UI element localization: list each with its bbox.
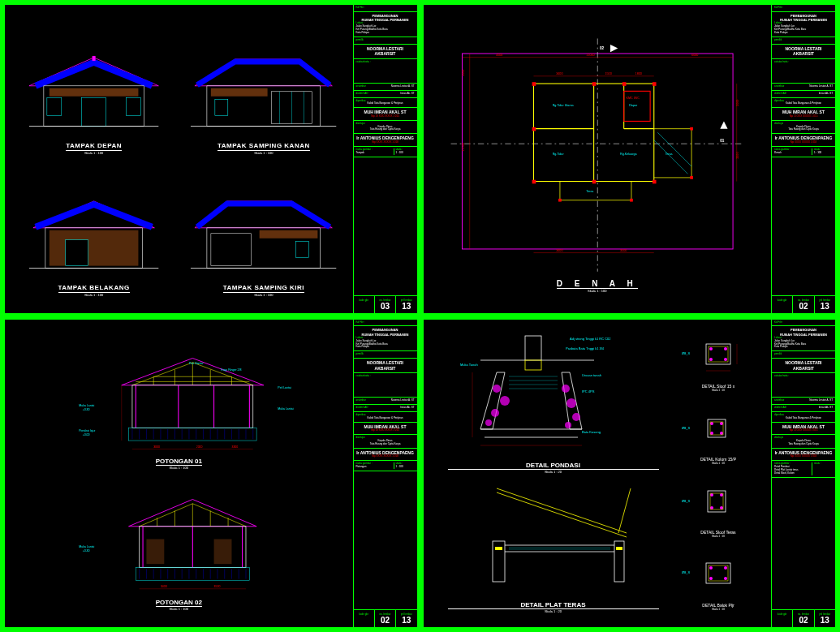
- svg-point-209: [710, 422, 713, 425]
- svg-rect-5: [126, 98, 140, 116]
- sec-title: POTONGAN 01: [156, 458, 202, 466]
- svg-rect-44: [592, 82, 596, 86]
- svg-rect-25: [211, 234, 252, 266]
- view-tampak-kiri: TAMPAK SAMPING KIRI Skala 1 : 100: [183, 163, 344, 297]
- svg-text:6000: 6000: [691, 54, 698, 57]
- svg-text:3300: 3300: [736, 153, 739, 159]
- svg-text:11000: 11000: [462, 143, 465, 151]
- svg-text:3400: 3400: [161, 585, 167, 588]
- svg-text:Teras: Teras: [586, 190, 593, 193]
- svg-rect-196: [616, 547, 622, 550]
- sheet-floorplan: 02 01: [422, 3, 838, 315]
- svg-point-172: [562, 385, 570, 393]
- detail-balok-plat: Ø8_S DETAIL Balok Pljr Skala 1 : 10: [674, 551, 763, 616]
- svg-point-175: [565, 422, 571, 428]
- svg-rect-3: [50, 88, 139, 97]
- svg-rect-47: [532, 127, 536, 131]
- drawing-area-plan: 02 01: [424, 5, 773, 313]
- svg-text:Peil Lantai: Peil Lantai: [278, 386, 292, 389]
- view-tampak-depan: TAMPAK DEPAN Skala 1 : 100: [13, 21, 174, 155]
- svg-text:3000: 3000: [154, 445, 161, 449]
- sheet-elevations: TAMPAK DEPAN Skala 1 : 100: [3, 3, 419, 315]
- svg-text:Pondasi lajur: Pondasi lajur: [80, 429, 97, 432]
- svg-rect-51: [558, 199, 562, 202]
- svg-point-203: [724, 358, 727, 361]
- svg-text:Puit Gantar: Puit Gantar: [189, 361, 205, 364]
- svg-rect-222: [706, 563, 730, 583]
- drawing-area-details: Adj strong Tinggi k1 RC C02 Pasbata Bata…: [424, 320, 773, 628]
- svg-rect-20: [66, 240, 88, 266]
- detail-title: DETAIL PONDASI: [448, 462, 659, 470]
- svg-text:Rg.Tidur Utama: Rg.Tidur Utama: [552, 104, 574, 107]
- svg-text:1500: 1500: [605, 72, 611, 75]
- svg-rect-199: [706, 344, 730, 364]
- svg-text:3500: 3500: [214, 585, 221, 588]
- svg-rect-50: [652, 180, 656, 184]
- svg-text:1800: 1800: [635, 72, 641, 75]
- elev-scale: Skala 1 : 100: [254, 151, 273, 155]
- view-tampak-belakang: TAMPAK BELAKANG Skala 1 : 100: [13, 163, 174, 297]
- title-block-4: Kd File : PEMBANGUNANRUMAH TINGGAL PERMA…: [772, 320, 835, 628]
- svg-rect-208: [708, 419, 726, 437]
- svg-point-225: [709, 577, 713, 580]
- view-potongan-02: Muka Lantai+0.30 34003500 POTONGAN 02 Sk…: [13, 476, 345, 611]
- plan-title: D E N A H: [557, 279, 638, 289]
- svg-text:Batu Kosong: Batu Kosong: [582, 430, 601, 434]
- title-block-1: Kd File : PEMBANGUNANRUMAH TINGGAL PERMA…: [354, 5, 417, 313]
- svg-text:3500: 3500: [620, 249, 627, 252]
- svg-rect-138: [147, 539, 165, 564]
- svg-point-210: [720, 422, 723, 425]
- svg-text:Rg.Tidur: Rg.Tidur: [552, 153, 564, 156]
- svg-text:Teras: Teras: [665, 153, 672, 156]
- svg-rect-162: [525, 336, 541, 360]
- svg-rect-43: [532, 82, 536, 86]
- svg-text:3300: 3300: [232, 445, 239, 449]
- svg-point-216: [710, 493, 713, 497]
- svg-text:Adj strong Tinggi k1 RC C02: Adj strong Tinggi k1 RC C02: [570, 337, 611, 341]
- svg-point-218: [710, 506, 713, 509]
- svg-line-190: [618, 488, 631, 533]
- svg-text:Dapur: Dapur: [629, 104, 638, 107]
- svg-point-226: [724, 577, 727, 580]
- svg-point-224: [724, 566, 727, 570]
- svg-rect-48: [532, 180, 536, 184]
- svg-rect-215: [708, 491, 726, 512]
- svg-text:01: 01: [720, 139, 725, 143]
- svg-rect-26: [296, 242, 309, 258]
- svg-text:3400: 3400: [556, 249, 562, 252]
- svg-point-217: [720, 493, 723, 497]
- svg-text:2000: 2000: [196, 445, 203, 449]
- svg-rect-54: [690, 176, 693, 179]
- elev-scale: Skala 1 : 100: [84, 293, 103, 297]
- svg-marker-32: [610, 45, 618, 52]
- view-potongan-01: Muka Lantai+0.30Pondasi lajur+0.00Peil L…: [13, 336, 345, 471]
- svg-rect-4: [47, 98, 62, 116]
- detail-sloof-1: Ø8_S DETAIL Sloof 15 x Skala 1 : 10: [674, 332, 763, 397]
- svg-text:Muka Tanah: Muka Tanah: [460, 363, 478, 367]
- svg-text:Ø8_S: Ø8_S: [682, 426, 691, 430]
- svg-text:Ø8_S: Ø8_S: [682, 351, 691, 355]
- svg-rect-46: [652, 82, 656, 86]
- svg-text:Urasan tanah: Urasan tanah: [582, 373, 601, 377]
- svg-point-173: [566, 398, 576, 408]
- elev-scale: Skala 1 : 100: [254, 293, 273, 297]
- svg-text:Ø8_S: Ø8_S: [682, 570, 691, 574]
- svg-rect-11: [215, 100, 228, 116]
- detail-sloof-teras: Ø8_S DETAIL Sloof Teras Skala 1 : 10: [674, 478, 763, 543]
- plan-scale: Skala 1 : 100: [557, 289, 638, 293]
- svg-text:Ø8_S: Ø8_S: [682, 499, 691, 503]
- svg-point-169: [500, 396, 510, 406]
- svg-rect-6: [82, 98, 106, 127]
- view-tampak-kanan: TAMPAK SAMPING KANAN Skala 1 : 100: [183, 21, 344, 155]
- svg-rect-53: [690, 127, 693, 131]
- svg-rect-195: [495, 547, 502, 550]
- svg-rect-139: [214, 539, 232, 564]
- svg-text:Pasbata Bata Tnggi k1 3/4: Pasbata Bata Tnggi k1 3/4: [566, 346, 605, 350]
- svg-text:4500: 4500: [496, 54, 502, 57]
- svg-marker-34: [720, 121, 727, 128]
- svg-rect-49: [592, 180, 596, 184]
- detail-title: DETAIL PLAT TERAS: [448, 601, 659, 609]
- svg-point-201: [724, 347, 727, 350]
- svg-point-211: [710, 432, 713, 435]
- svg-text:02: 02: [600, 46, 605, 50]
